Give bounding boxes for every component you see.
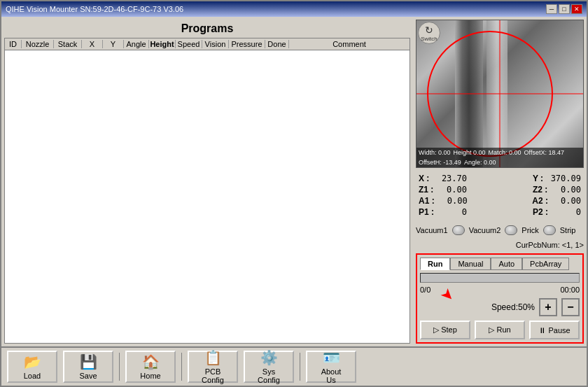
window-title: QIHE Vision Mounter SN:59-2D-46-CF-9C-73… [6,5,183,13]
col-comment: Comment [289,40,410,48]
tab-manual[interactable]: Manual [450,258,491,270]
load-icon: 📂 [24,353,41,370]
switch-button[interactable]: ↻ Switch [418,22,440,44]
col-angle: Angle [124,40,149,48]
z2-value: 0.00 [550,185,581,195]
coord-row-z: Z1 : 0.00 Z2 : 0.00 [419,185,581,195]
right-panel: ↻ Switch Width: 0.00 Height 0.00 Match: … [413,17,587,346]
divider2 [181,353,182,381]
vacuum1-label: Vacuum1 [416,226,448,234]
tab-pcbarray[interactable]: PcbArray [522,258,569,270]
a2-label: A2 : [532,196,548,206]
main-window: QIHE Vision Mounter SN:59-2D-46-CF-9C-73… [0,0,588,387]
cam-match: Match: 0.00 [489,149,522,156]
x-value: 23.70 [435,174,467,183]
title-bar-buttons: ─ □ ✕ [546,4,582,14]
run-controls: ▷ Step ▷ Run ⏸ Pause [420,321,580,339]
col-stack: Stack [54,40,82,48]
z1-value: 0.00 [435,185,467,195]
coord-x: X : 23.70 [419,174,467,183]
tab-auto[interactable]: Auto [491,258,522,270]
col-x: X [82,40,103,48]
pcb-config-label: PCBConfig [202,367,224,384]
save-button[interactable]: 💾 Save [63,351,113,383]
time-value: 00:00 [560,286,580,294]
cam-angle: Angle: 0.00 [464,159,496,166]
tab-run[interactable]: Run [420,258,450,270]
status-row: Vacuum1 Vacuum2 Prick Strip [416,224,584,237]
x-label: X : [419,174,434,183]
coord-y: Y : 370.09 [533,174,581,183]
table-header: ID Nozzle Stack X Y Angle Height Speed V… [5,38,410,50]
z1-label: Z1 : [419,185,434,195]
home-button[interactable]: 🏠 Home [125,351,176,383]
sys-icon: ⚙️ [260,349,278,366]
cam-offset-x: OffsetX: 18.47 [524,149,564,156]
prick-indicator [543,225,556,235]
run-tabs: Run Manual Auto PcbArray [420,258,580,270]
close-button[interactable]: ✕ [571,4,582,14]
speed-row: ➤ Speed:50% + − [420,298,580,316]
load-label: Load [24,372,41,380]
about-button[interactable]: 🪪 AboutUs [306,351,356,383]
programs-table: ID Nozzle Stack X Y Angle Height Speed V… [4,38,410,344]
camera-view: ↻ Switch Width: 0.00 Height 0.00 Match: … [416,20,584,168]
left-panel: Programs ID Nozzle Stack X Y Angle Heigh… [1,17,413,346]
coord-z1: Z1 : 0.00 [419,185,467,195]
programs-title: Programs [4,20,410,38]
vacuum2-label: Vacuum2 [469,226,501,234]
save-label: Save [79,372,97,380]
crosshair-vertical [500,20,500,167]
pcb-icon: 📋 [204,349,222,366]
coord-a2: A2 : 0.00 [532,196,581,206]
progress-value: 0/0 [420,286,430,294]
coord-z2: Z2 : 0.00 [533,185,581,195]
step-button[interactable]: ▷ Step [420,321,470,339]
coord-a1: A1 : 0.00 [419,196,468,206]
speed-minus-button[interactable]: − [561,298,580,316]
a2-value: 0.00 [550,196,581,206]
camera-overlay: Width: 0.00 Height 0.00 Match: 0.00 Offs… [416,148,583,167]
bottom-bar: 📂 Load 💾 Save 🏠 Home 📋 PCBConfig ⚙️ SysC… [1,346,587,386]
col-speed: Speed [176,40,202,48]
p1-value: 0 [435,207,467,217]
z2-label: Z2 : [533,185,548,195]
col-y: Y [103,40,124,48]
run-panel: Run Manual Auto PcbArray 0/0 00:00 ➤ Spe… [416,253,584,344]
col-pressure: Pressure [229,40,265,48]
col-id: ID [5,40,22,48]
progress-bar-container [420,273,580,283]
home-icon: 🏠 [142,353,160,370]
y-label: Y : [533,174,548,183]
col-vision: Vision [202,40,229,48]
sys-config-label: SysConfig [258,367,280,384]
about-icon: 🪪 [323,349,340,366]
about-label: AboutUs [321,367,342,384]
a1-label: A1 : [419,196,435,206]
load-button[interactable]: 📂 Load [7,351,57,383]
speed-plus-button[interactable]: + [539,298,557,316]
save-icon: 💾 [80,353,97,370]
cam-height: Height 0.00 [454,149,486,156]
col-height: Height [149,40,176,48]
vacuum1-indicator [452,225,465,235]
p1-label: P1 : [419,207,434,217]
prick-label: Prick [522,226,538,234]
content-area: Programs ID Nozzle Stack X Y Angle Heigh… [1,17,587,346]
switch-label: Switch [421,36,438,42]
p2-label: P2 : [533,207,548,217]
coord-row-a: A1 : 0.00 A2 : 0.00 [419,196,581,206]
pcb-config-button[interactable]: 📋 PCBConfig [188,351,238,383]
minimize-button[interactable]: ─ [546,4,557,14]
maximize-button[interactable]: □ [559,4,570,14]
y-value: 370.09 [550,174,581,183]
p2-value: 0 [550,207,581,217]
run-button[interactable]: ▷ Run [475,321,525,339]
speed-label: Speed:50% [491,302,535,312]
coord-row-p: P1 : 0 P2 : 0 [419,207,581,217]
sys-config-button[interactable]: ⚙️ SysConfig [244,351,294,383]
divider3 [300,353,300,381]
home-label: Home [140,372,160,380]
coord-p2: P2 : 0 [533,207,581,217]
pause-button[interactable]: ⏸ Pause [529,321,580,339]
